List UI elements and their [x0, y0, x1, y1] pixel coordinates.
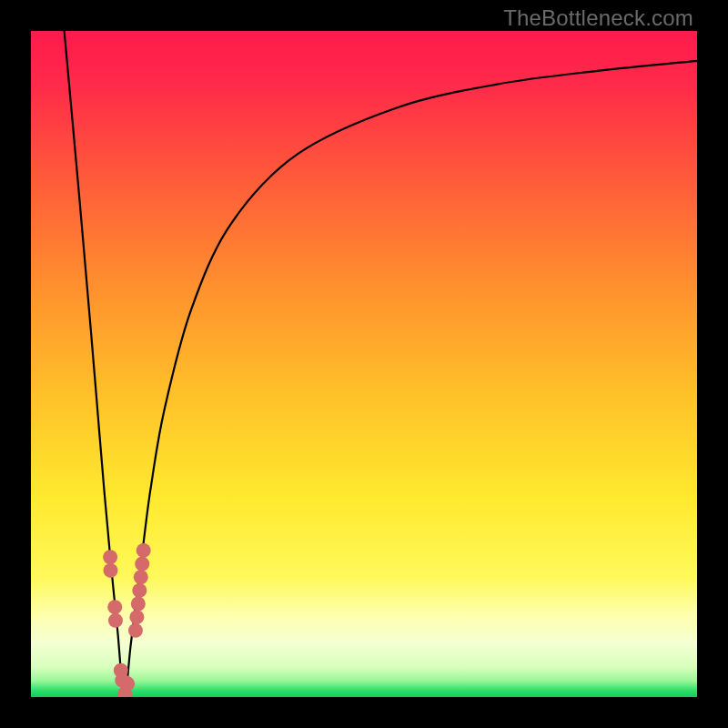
marker-dot: [131, 597, 146, 612]
marker-dot: [120, 676, 135, 691]
marker-dot: [132, 583, 147, 598]
plot-area: [31, 31, 697, 697]
marker-dot: [135, 557, 149, 571]
curve-layer: [31, 31, 697, 697]
marker-dot: [108, 613, 123, 628]
watermark-text: TheBottleneck.com: [503, 5, 693, 31]
marker-dot: [134, 570, 148, 584]
marker-dot: [107, 600, 122, 614]
bottleneck-curve: [65, 31, 697, 697]
marker-dot: [103, 550, 117, 564]
marker-dot: [136, 543, 151, 558]
highlight-dots: [103, 543, 151, 697]
marker-dot: [103, 563, 117, 578]
marker-dot: [128, 623, 143, 638]
chart-frame: TheBottleneck.com: [0, 0, 728, 728]
marker-dot: [129, 610, 144, 624]
